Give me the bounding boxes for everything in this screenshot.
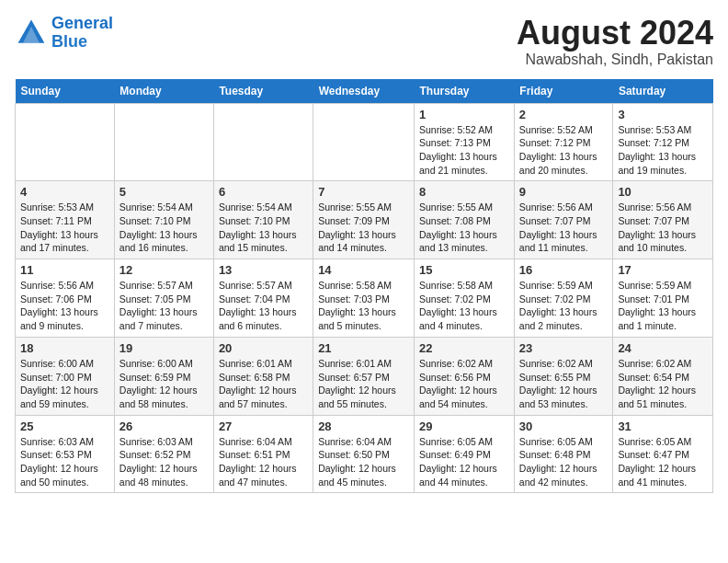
day-number: 12 (119, 263, 209, 277)
day-number: 18 (20, 341, 109, 355)
day-info: Sunrise: 6:05 AM Sunset: 6:47 PM Dayligh… (618, 435, 708, 489)
calendar-cell: 5Sunrise: 5:54 AM Sunset: 7:10 PM Daylig… (114, 181, 213, 259)
day-number: 14 (318, 263, 409, 277)
day-number: 4 (20, 185, 109, 199)
day-number: 28 (318, 419, 409, 433)
calendar-cell: 27Sunrise: 6:04 AM Sunset: 6:51 PM Dayli… (213, 415, 313, 493)
day-info: Sunrise: 6:04 AM Sunset: 6:51 PM Dayligh… (219, 435, 308, 489)
calendar-cell: 9Sunrise: 5:56 AM Sunset: 7:07 PM Daylig… (514, 181, 613, 259)
day-info: Sunrise: 6:05 AM Sunset: 6:48 PM Dayligh… (519, 435, 609, 489)
calendar-cell: 15Sunrise: 5:58 AM Sunset: 7:02 PM Dayli… (415, 259, 515, 338)
calendar-cell: 2Sunrise: 5:52 AM Sunset: 7:12 PM Daylig… (514, 103, 613, 181)
day-info: Sunrise: 5:59 AM Sunset: 7:01 PM Dayligh… (618, 279, 708, 333)
day-number: 19 (119, 341, 209, 355)
day-number: 29 (419, 419, 509, 433)
day-info: Sunrise: 5:54 AM Sunset: 7:10 PM Dayligh… (119, 201, 209, 255)
day-number: 11 (20, 263, 109, 277)
day-info: Sunrise: 5:54 AM Sunset: 7:10 PM Dayligh… (219, 201, 308, 255)
day-number: 15 (419, 263, 509, 277)
calendar-cell: 24Sunrise: 6:02 AM Sunset: 6:54 PM Dayli… (613, 337, 713, 415)
day-info: Sunrise: 5:56 AM Sunset: 7:07 PM Dayligh… (519, 201, 609, 255)
day-info: Sunrise: 5:56 AM Sunset: 7:06 PM Dayligh… (20, 279, 109, 333)
weekday-header-thursday: Thursday (415, 79, 515, 104)
day-number: 1 (419, 108, 509, 121)
calendar-cell: 1Sunrise: 5:52 AM Sunset: 7:13 PM Daylig… (415, 103, 515, 181)
calendar-cell: 4Sunrise: 5:53 AM Sunset: 7:11 PM Daylig… (16, 181, 115, 259)
day-number: 13 (219, 263, 308, 277)
day-info: Sunrise: 6:03 AM Sunset: 6:52 PM Dayligh… (119, 435, 209, 489)
calendar-cell: 10Sunrise: 5:56 AM Sunset: 7:07 PM Dayli… (613, 181, 713, 259)
logo: General Blue (15, 15, 113, 52)
calendar-cell: 17Sunrise: 5:59 AM Sunset: 7:01 PM Dayli… (613, 259, 713, 338)
day-number: 16 (519, 263, 609, 277)
day-info: Sunrise: 6:02 AM Sunset: 6:54 PM Dayligh… (618, 357, 708, 411)
day-number: 5 (119, 185, 209, 199)
day-number: 31 (618, 419, 708, 433)
calendar-cell: 31Sunrise: 6:05 AM Sunset: 6:47 PM Dayli… (613, 415, 713, 493)
calendar-cell: 26Sunrise: 6:03 AM Sunset: 6:52 PM Dayli… (114, 415, 213, 493)
day-number: 7 (318, 185, 409, 199)
calendar-cell (213, 103, 313, 181)
calendar-cell: 11Sunrise: 5:56 AM Sunset: 7:06 PM Dayli… (16, 259, 115, 338)
day-number: 8 (419, 185, 509, 199)
calendar-cell: 13Sunrise: 5:57 AM Sunset: 7:04 PM Dayli… (213, 259, 313, 338)
day-number: 30 (519, 419, 609, 433)
day-info: Sunrise: 6:04 AM Sunset: 6:50 PM Dayligh… (318, 435, 409, 489)
day-number: 21 (318, 341, 409, 355)
day-info: Sunrise: 5:57 AM Sunset: 7:04 PM Dayligh… (219, 279, 308, 333)
calendar-cell: 28Sunrise: 6:04 AM Sunset: 6:50 PM Dayli… (313, 415, 415, 493)
calendar-cell: 18Sunrise: 6:00 AM Sunset: 7:00 PM Dayli… (16, 337, 115, 415)
calendar-cell: 6Sunrise: 5:54 AM Sunset: 7:10 PM Daylig… (213, 181, 313, 259)
day-info: Sunrise: 6:02 AM Sunset: 6:56 PM Dayligh… (419, 357, 509, 411)
location: Nawabshah, Sindh, Pakistan (517, 52, 713, 68)
day-info: Sunrise: 5:55 AM Sunset: 7:09 PM Dayligh… (318, 201, 409, 255)
calendar-cell: 12Sunrise: 5:57 AM Sunset: 7:05 PM Dayli… (114, 259, 213, 338)
day-info: Sunrise: 6:00 AM Sunset: 6:59 PM Dayligh… (119, 357, 209, 411)
day-info: Sunrise: 6:00 AM Sunset: 7:00 PM Dayligh… (20, 357, 109, 411)
day-number: 17 (618, 263, 708, 277)
calendar-cell (114, 103, 213, 181)
day-info: Sunrise: 5:55 AM Sunset: 7:08 PM Dayligh… (419, 201, 509, 255)
calendar-cell: 20Sunrise: 6:01 AM Sunset: 6:58 PM Dayli… (213, 337, 313, 415)
calendar-cell: 22Sunrise: 6:02 AM Sunset: 6:56 PM Dayli… (415, 337, 515, 415)
weekday-header-wednesday: Wednesday (313, 79, 415, 104)
day-number: 26 (119, 419, 209, 433)
weekday-header-sunday: Sunday (16, 79, 115, 104)
calendar-cell: 16Sunrise: 5:59 AM Sunset: 7:02 PM Dayli… (514, 259, 613, 338)
calendar-cell (313, 103, 415, 181)
logo-icon (15, 17, 48, 50)
logo-text: General Blue (51, 15, 113, 52)
day-info: Sunrise: 5:52 AM Sunset: 7:12 PM Dayligh… (519, 123, 609, 178)
calendar-cell: 23Sunrise: 6:02 AM Sunset: 6:55 PM Dayli… (514, 337, 613, 415)
day-info: Sunrise: 6:01 AM Sunset: 6:57 PM Dayligh… (318, 357, 409, 411)
day-number: 10 (618, 185, 708, 199)
day-number: 3 (618, 108, 708, 121)
weekday-header-monday: Monday (114, 79, 213, 104)
day-number: 22 (419, 341, 509, 355)
day-info: Sunrise: 5:57 AM Sunset: 7:05 PM Dayligh… (119, 279, 209, 333)
page-header: General Blue August 2024 Nawabshah, Sind… (15, 15, 713, 68)
day-number: 2 (519, 108, 609, 121)
day-info: Sunrise: 5:52 AM Sunset: 7:13 PM Dayligh… (419, 123, 509, 178)
day-info: Sunrise: 5:58 AM Sunset: 7:02 PM Dayligh… (419, 279, 509, 333)
calendar-cell: 3Sunrise: 5:53 AM Sunset: 7:12 PM Daylig… (613, 103, 713, 181)
calendar-cell: 19Sunrise: 6:00 AM Sunset: 6:59 PM Dayli… (114, 337, 213, 415)
month-year: August 2024 (517, 15, 713, 52)
day-info: Sunrise: 5:56 AM Sunset: 7:07 PM Dayligh… (618, 201, 708, 255)
weekday-header-saturday: Saturday (613, 79, 713, 104)
day-info: Sunrise: 6:03 AM Sunset: 6:53 PM Dayligh… (20, 435, 109, 489)
day-number: 20 (219, 341, 308, 355)
day-info: Sunrise: 5:53 AM Sunset: 7:12 PM Dayligh… (618, 123, 708, 178)
weekday-header-tuesday: Tuesday (213, 79, 313, 104)
day-info: Sunrise: 5:53 AM Sunset: 7:11 PM Dayligh… (20, 201, 109, 255)
calendar-cell (16, 103, 115, 181)
day-number: 27 (219, 419, 308, 433)
day-number: 6 (219, 185, 308, 199)
calendar-cell: 7Sunrise: 5:55 AM Sunset: 7:09 PM Daylig… (313, 181, 415, 259)
day-info: Sunrise: 5:59 AM Sunset: 7:02 PM Dayligh… (519, 279, 609, 333)
calendar-cell: 8Sunrise: 5:55 AM Sunset: 7:08 PM Daylig… (415, 181, 515, 259)
day-info: Sunrise: 5:58 AM Sunset: 7:03 PM Dayligh… (318, 279, 409, 333)
day-number: 24 (618, 341, 708, 355)
day-info: Sunrise: 6:05 AM Sunset: 6:49 PM Dayligh… (419, 435, 509, 489)
calendar-cell: 30Sunrise: 6:05 AM Sunset: 6:48 PM Dayli… (514, 415, 613, 493)
